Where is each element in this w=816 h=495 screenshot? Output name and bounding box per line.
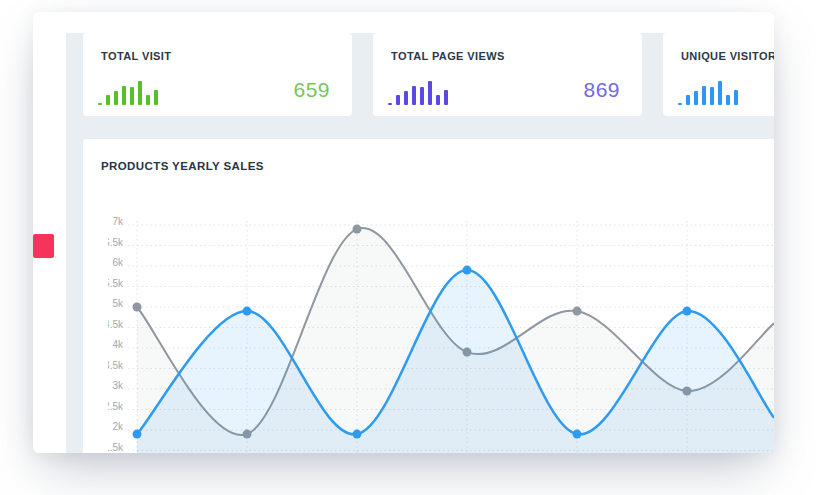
y-tick-label: 4k xyxy=(112,339,124,350)
chart-data-point[interactable] xyxy=(573,430,582,439)
y-tick-label: 2.5k xyxy=(108,401,124,412)
chart-data-point[interactable] xyxy=(683,307,692,316)
y-tick-label: 3k xyxy=(112,380,124,391)
sparkline-bar xyxy=(154,90,158,105)
y-tick-label: 1.5k xyxy=(108,442,124,453)
sparkline-bar xyxy=(396,95,400,105)
y-tick-label: 6k xyxy=(112,257,124,268)
y-tick-label: 3.5k xyxy=(108,360,124,371)
dashboard-panel: TOTAL VISIT 659 TOTAL PAGE VIEWS 869 UNI… xyxy=(33,12,774,453)
bar-sparkline-icon xyxy=(678,79,738,105)
products-yearly-sales-card: PRODUCTS YEARLY SALES 7k6.5k6k5.5k5k4.5k… xyxy=(83,139,774,453)
bar-sparkline-icon xyxy=(98,79,158,105)
stat-card-title: UNIQUE VISITOR xyxy=(681,50,774,62)
chart-title: PRODUCTS YEARLY SALES xyxy=(101,160,264,172)
sparkline-bar xyxy=(138,81,142,105)
sparkline-bar xyxy=(388,103,392,105)
y-tick-label: 7k xyxy=(112,216,124,227)
sparkline-bar xyxy=(686,95,690,105)
y-tick-label: 4.5k xyxy=(108,319,124,330)
sparkline-bar xyxy=(106,95,110,105)
sales-line-chart: 7k6.5k6k5.5k5k4.5k4k3.5k3k2.5k2k1.5k xyxy=(108,213,774,453)
sparkline-bar xyxy=(420,87,424,105)
sparkline-bar xyxy=(694,91,698,105)
chart-data-point[interactable] xyxy=(463,266,472,275)
stat-card-value: 659 xyxy=(293,78,330,102)
sparkline-bar xyxy=(444,90,448,105)
sparkline-bar xyxy=(404,91,408,105)
sparkline-bar xyxy=(122,86,126,105)
y-tick-label: 2k xyxy=(112,421,124,432)
sparkline-bar xyxy=(428,81,432,105)
panel-body: TOTAL VISIT 659 TOTAL PAGE VIEWS 869 UNI… xyxy=(33,33,774,453)
sparkline-bar xyxy=(702,86,706,105)
stat-card-total-page-views: TOTAL PAGE VIEWS 869 xyxy=(373,33,642,116)
sparkline-bar xyxy=(718,81,722,105)
main-content: TOTAL VISIT 659 TOTAL PAGE VIEWS 869 UNI… xyxy=(66,33,774,453)
chart-data-point[interactable] xyxy=(133,303,142,312)
page-background: TOTAL VISIT 659 TOTAL PAGE VIEWS 869 UNI… xyxy=(0,0,816,495)
sparkline-bar xyxy=(98,103,102,105)
y-tick-label: 5k xyxy=(112,298,124,309)
stat-card-title: TOTAL PAGE VIEWS xyxy=(391,50,505,62)
chart-data-point[interactable] xyxy=(573,307,582,316)
top-header-bar xyxy=(33,12,774,33)
sparkline-bar xyxy=(436,95,440,105)
sparkline-bar xyxy=(726,95,730,105)
sparkline-bar xyxy=(412,86,416,105)
stat-card-title: TOTAL VISIT xyxy=(101,50,171,62)
bar-sparkline-icon xyxy=(388,79,448,105)
stat-card-total-visit: TOTAL VISIT 659 xyxy=(83,33,352,116)
sparkline-bar xyxy=(146,95,150,105)
sparkline-bar xyxy=(734,90,738,105)
sparkline-bar xyxy=(114,91,118,105)
y-tick-label: 5.5k xyxy=(108,278,124,289)
stat-card-unique-visitor: UNIQUE VISITOR xyxy=(663,33,774,116)
y-tick-label: 6.5k xyxy=(108,237,124,248)
chart-data-point[interactable] xyxy=(133,430,142,439)
chart-data-point[interactable] xyxy=(353,225,362,234)
chart-data-point[interactable] xyxy=(353,430,362,439)
sparkline-bar xyxy=(710,87,714,105)
active-nav-indicator[interactable] xyxy=(33,234,54,258)
stat-cards-row: TOTAL VISIT 659 TOTAL PAGE VIEWS 869 UNI… xyxy=(83,33,774,116)
blue-series-area xyxy=(137,270,774,453)
sparkline-bar xyxy=(130,87,134,105)
stat-card-value: 869 xyxy=(583,78,620,102)
sparkline-bar xyxy=(678,103,682,105)
sidebar-nav xyxy=(33,33,66,453)
chart-data-point[interactable] xyxy=(243,307,252,316)
